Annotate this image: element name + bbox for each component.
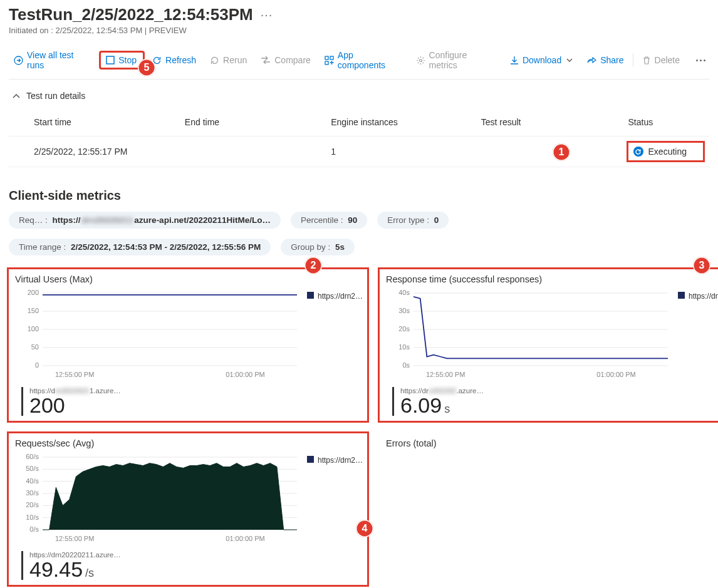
svg-text:0s: 0s <box>402 361 410 369</box>
chart-virtual-users: Virtual Users (Max) 05010015020012:55:00… <box>9 269 367 421</box>
filter-request[interactable]: Req… : https:// drn20220211 azure-api.ne… <box>9 212 281 229</box>
delete-icon <box>642 56 651 65</box>
col-end: End time <box>160 112 306 137</box>
delete-label: Delete <box>655 55 680 65</box>
chevron-down-icon <box>566 58 573 63</box>
chart-canvas: 05010015020012:55:00 PM01:00:00 PM <box>13 289 301 383</box>
stop-button[interactable]: Stop <box>100 52 143 68</box>
rerun-icon <box>210 56 219 65</box>
client-metrics-header: Client-side metrics <box>9 188 709 203</box>
view-all-test-runs-button[interactable]: View all test runs <box>9 48 96 73</box>
chart-response-time: Response time (successful responses) 0s1… <box>380 269 718 421</box>
svg-point-5 <box>419 59 422 61</box>
chart-legend: https://drn2… <box>307 289 363 383</box>
svg-text:200: 200 <box>28 289 39 296</box>
chart-title: Requests/sec (Avg) <box>15 438 363 448</box>
chart-errors: Errors (total) <box>380 433 718 585</box>
svg-text:30/s: 30/s <box>26 489 39 497</box>
callout-5: 5 <box>138 59 155 76</box>
svg-text:100: 100 <box>28 325 39 333</box>
svg-text:10s: 10s <box>398 343 410 351</box>
chart-requests-sec: Requests/sec (Avg) 0/s10/s20/s30/s40/s50… <box>9 433 367 585</box>
svg-text:50: 50 <box>31 343 39 351</box>
svg-rect-1 <box>107 56 114 64</box>
stop-label: Stop <box>118 55 137 65</box>
app-components-icon <box>325 56 334 65</box>
svg-text:10/s: 10/s <box>26 513 39 521</box>
col-start: Start time <box>9 112 160 137</box>
filter-percentile[interactable]: Percentile : 90 <box>291 212 367 229</box>
chevron-up-icon <box>13 93 20 99</box>
callout-4: 4 <box>356 520 373 537</box>
filter-time-range[interactable]: Time range : 2/25/2022, 12:54:53 PM - 2/… <box>9 239 271 255</box>
download-label: Download <box>523 55 561 65</box>
details-header-label: Test run details <box>26 91 85 101</box>
svg-text:01:00:00 PM: 01:00:00 PM <box>596 371 635 378</box>
refresh-label: Refresh <box>165 55 196 65</box>
svg-text:150: 150 <box>28 307 39 314</box>
svg-rect-2 <box>325 56 328 59</box>
svg-text:01:00:00 PM: 01:00:00 PM <box>226 535 264 542</box>
chart-stat: https://drn20220211.azure… 49.45/s <box>21 551 363 580</box>
test-run-details-toggle[interactable]: Test run details <box>9 88 709 110</box>
stop-icon <box>106 56 115 64</box>
compare-label: Compare <box>274 55 311 65</box>
app-components-label: App components <box>338 50 402 70</box>
configure-metrics-button: Configure metrics <box>411 48 501 73</box>
share-button[interactable]: Share <box>581 53 628 68</box>
cell-start: 2/25/2022, 12:55:17 PM <box>9 137 160 167</box>
compare-icon <box>261 56 271 64</box>
svg-text:12:55:00 PM: 12:55:00 PM <box>426 371 465 378</box>
callout-2: 2 <box>304 257 322 274</box>
delete-button: Delete <box>637 53 685 68</box>
chart-canvas: 0s10s20s30s40s12:55:00 PM01:00:00 PM <box>383 289 672 383</box>
col-engines: Engine instances <box>306 112 456 137</box>
app-components-button[interactable]: App components <box>320 48 407 73</box>
svg-text:40s: 40s <box>398 289 410 296</box>
toolbar-more-button[interactable] <box>692 56 709 65</box>
sync-icon <box>633 147 643 157</box>
view-all-label: View all test runs <box>27 50 91 70</box>
arrow-right-circle-icon <box>14 56 23 65</box>
svg-text:20s: 20s <box>398 325 410 333</box>
rerun-button: Rerun <box>205 53 252 68</box>
svg-text:01:00:00 PM: 01:00:00 PM <box>226 371 264 378</box>
gear-icon <box>416 56 425 65</box>
chart-canvas: 0/s10/s20/s30/s40/s50/s60/s12:55:00 PM01… <box>13 453 301 547</box>
chart-legend: https://drn2… <box>678 289 718 383</box>
filter-group-by[interactable]: Group by : 5s <box>281 239 355 255</box>
share-label: Share <box>600 55 623 65</box>
share-icon <box>586 56 596 64</box>
page-subtitle: Initiated on : 2/25/2022, 12:54:53 PM | … <box>9 26 709 35</box>
compare-button: Compare <box>256 53 316 68</box>
download-icon <box>510 56 519 65</box>
page-title: TestRun_2/25/2022_12:54:53PM <box>9 5 253 24</box>
cell-status: Executing <box>603 137 709 167</box>
callout-3: 3 <box>693 257 710 274</box>
svg-text:12:55:00 PM: 12:55:00 PM <box>55 535 94 542</box>
filter-error-type[interactable]: Error type : 0 <box>377 212 449 229</box>
svg-text:60/s: 60/s <box>26 453 39 460</box>
title-more-icon[interactable]: ··· <box>261 8 273 22</box>
svg-text:40/s: 40/s <box>26 477 39 485</box>
col-result: Test result <box>456 112 603 137</box>
chart-stat: https://drn202202.azure… 6.09s <box>392 387 718 416</box>
cell-engines: 1 <box>306 137 456 167</box>
refresh-button[interactable]: Refresh <box>147 53 201 68</box>
table-row: 2/25/2022, 12:55:17 PM 1 Executing <box>9 137 709 167</box>
svg-text:20/s: 20/s <box>26 501 39 508</box>
chart-title: Virtual Users (Max) <box>15 274 363 284</box>
cell-result <box>456 137 603 167</box>
chart-title: Errors (total) <box>386 438 718 448</box>
configure-metrics-label: Configure metrics <box>429 50 496 70</box>
filter-row: Req… : https:// drn20220211 azure-api.ne… <box>9 212 709 255</box>
download-button[interactable]: Download <box>505 53 578 68</box>
svg-rect-3 <box>330 56 333 59</box>
svg-text:12:55:00 PM: 12:55:00 PM <box>55 371 94 378</box>
chart-title: Response time (successful responses) <box>386 274 718 284</box>
svg-rect-4 <box>325 61 328 64</box>
rerun-label: Rerun <box>223 55 247 65</box>
cell-end <box>160 137 306 167</box>
svg-text:0/s: 0/s <box>29 525 39 533</box>
col-status: Status <box>603 112 709 137</box>
